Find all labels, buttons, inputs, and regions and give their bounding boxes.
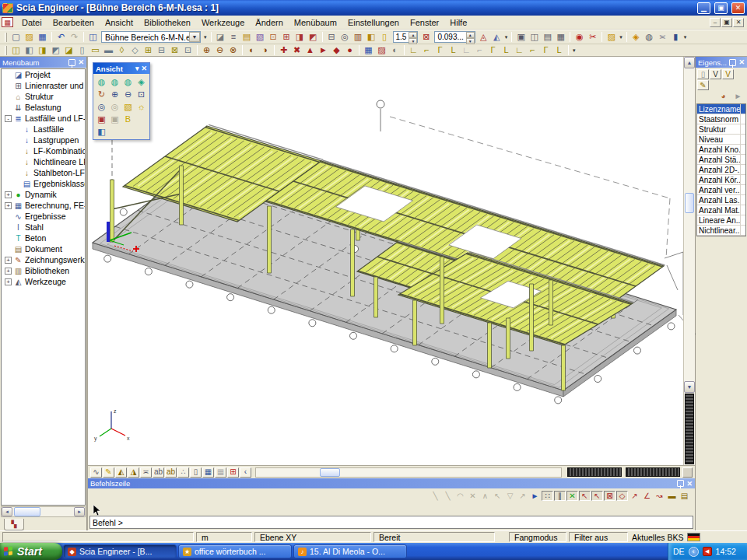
member-arbitrary-icon[interactable]: ◊ — [115, 44, 128, 56]
open-view-icon[interactable]: ▨ — [375, 44, 388, 56]
tree-expander-icon[interactable]: + — [5, 257, 12, 264]
spinner-up-icon[interactable]: ▲ — [409, 32, 417, 38]
new-document-icon[interactable]: ▢ — [9, 31, 23, 43]
zoom-wheel-horizontal[interactable] — [626, 467, 680, 477]
status-plane[interactable]: Ebene XY — [254, 532, 371, 542]
project-folder-icon[interactable]: ▨ — [605, 31, 618, 43]
scroll-right-icon[interactable]: ▸ — [74, 507, 85, 516]
menubaum-hscrollbar[interactable]: ◂ ▸ — [1, 506, 86, 517]
tree-item-werkzeuge[interactable]: + ◭ Werkzeuge — [2, 276, 85, 287]
catalog-frame-4-icon[interactable]: L — [447, 44, 460, 56]
member-plate-icon[interactable]: ◩ — [49, 44, 62, 56]
points-icon[interactable]: ∴ — [177, 467, 189, 478]
prop-vedit-icon[interactable]: V — [722, 69, 734, 79]
axis-triangle-icon[interactable]: ◭ — [115, 467, 127, 478]
cut-tool-icon[interactable]: ✂ — [586, 31, 599, 43]
snap-dir2-icon[interactable]: ▽ — [504, 491, 516, 501]
prop-anzahl-lasten[interactable]: Anzahl Las... — [697, 195, 745, 205]
scroll-up-icon[interactable]: ▲ — [684, 57, 695, 68]
catalog-frame-8-icon[interactable]: L — [500, 44, 513, 56]
prop-anzahl-koerper[interactable]: Anzahl Kör... — [697, 175, 745, 185]
clipboard-icon[interactable]: ⊡ — [267, 31, 280, 43]
render-image-icon[interactable]: ▣ — [95, 113, 108, 125]
snap-table-icon[interactable]: ▤ — [679, 491, 690, 501]
window-link-icon[interactable]: ◨ — [293, 31, 307, 43]
member-beam-icon[interactable]: ◧ — [23, 44, 36, 56]
units-icon[interactable]: ◪ — [214, 31, 227, 43]
menu-bearbeiten[interactable]: Bearbeiten — [47, 16, 100, 29]
tree-item-projekt[interactable]: ◪ Projekt — [2, 69, 85, 80]
tree-expander-icon[interactable] — [5, 93, 12, 100]
combobox-dropdown-icon[interactable]: ▼ — [189, 32, 200, 42]
catalog-frame-10-icon[interactable]: ⌐ — [526, 44, 539, 56]
bold-b-icon[interactable]: B — [121, 113, 135, 125]
tree-expander-icon[interactable] — [5, 213, 12, 220]
snap-crossing-icon[interactable]: ⊠ — [604, 491, 615, 501]
folder-dropdown-icon[interactable]: ▾ — [618, 34, 624, 40]
box-3d-icon[interactable]: ◧ — [365, 31, 378, 43]
precision-spinner[interactable]: 0.093... ▲▼ — [434, 31, 475, 43]
menu-hilfe[interactable]: Hilfe — [444, 16, 472, 29]
pin-icon[interactable] — [677, 480, 684, 487]
tree-expander-icon[interactable]: + — [5, 191, 12, 198]
window-link2-icon[interactable]: ◩ — [307, 31, 320, 43]
toolbar-grip[interactable] — [5, 46, 7, 55]
member-grid-icon[interactable]: ⊟ — [155, 44, 168, 56]
canvas-vscrollbar[interactable]: ▲ ▼ — [683, 57, 695, 465]
project-combobox[interactable]: Bühne Bereich 6-M-N.esa ▼ — [101, 31, 201, 43]
scrollbar-corner[interactable] — [682, 467, 693, 478]
prop-anzahl-knoten[interactable]: Anzahl Kno... — [697, 145, 745, 155]
mdi-close-button[interactable]: ✕ — [733, 18, 744, 27]
tree-expander-icon[interactable] — [5, 224, 12, 231]
prop-pie-icon[interactable]: ◕ — [717, 91, 729, 101]
member-wall-icon[interactable]: ◪ — [62, 44, 75, 56]
member-cut-icon[interactable]: ⊠ — [168, 44, 181, 56]
undo-icon[interactable]: ↶ — [54, 31, 68, 43]
scroll-left-icon[interactable]: ◂ — [2, 507, 12, 516]
ruler-icon[interactable]: ≍ — [140, 467, 152, 478]
tree-item-bibliotheken[interactable]: + ▥ Bibliotheken — [2, 265, 85, 276]
render-image-disabled-icon[interactable]: ▣ — [108, 113, 121, 125]
task-scia[interactable]: ◆ Scia Engineer - [B... — [63, 544, 177, 558]
snap-dir3-icon[interactable]: ↗ — [517, 491, 528, 501]
snap-midpoint-icon[interactable]: ↖ — [591, 491, 603, 501]
menu-ansicht[interactable]: Ansicht — [100, 16, 139, 29]
member-opening-icon[interactable]: ▯ — [75, 44, 89, 56]
layers-icon[interactable]: ≡ — [227, 31, 240, 43]
snap-tangent-icon[interactable]: ↗ — [629, 491, 640, 501]
restore-button[interactable]: ▣ — [714, 2, 728, 14]
snap-dir1-icon[interactable]: ↖ — [492, 491, 503, 501]
menu-werkzeuge[interactable]: Werkzeuge — [196, 16, 250, 29]
zoom-factor-spinner[interactable]: 1.5 ▲▼ — [393, 31, 419, 43]
scroll-thumb[interactable] — [320, 468, 340, 477]
eye-icon[interactable]: ◉ — [573, 31, 586, 43]
status-filter[interactable]: Filter aus — [569, 532, 628, 542]
mesh-icon[interactable]: ⊞ — [280, 31, 293, 43]
status-left[interactable] — [2, 532, 194, 542]
snap-delete-icon[interactable]: ✕ — [467, 491, 479, 501]
scroll-thumb[interactable] — [14, 507, 40, 516]
tree-item-struktur[interactable]: ⌂ Struktur — [2, 91, 85, 102]
save-view-icon[interactable]: ▦ — [362, 44, 375, 56]
zoom-wheel-vertical[interactable] — [685, 394, 694, 464]
zoom-window-icon[interactable]: ⊡ — [135, 88, 148, 100]
pin-icon[interactable] — [68, 59, 75, 66]
save-icon[interactable]: ▦ — [36, 31, 49, 43]
tree-item-ergebnisklasse[interactable]: ▤ Ergebnisklasse — [2, 178, 85, 189]
prop-pencil-icon[interactable]: ✎ — [697, 80, 709, 90]
load-surface-icon[interactable]: ▲ — [303, 44, 317, 56]
prop-staatsnorm[interactable]: Staatsnorm — [697, 114, 745, 124]
snap-orthogonal-icon[interactable]: ◇ — [616, 491, 628, 501]
spinner-down-icon[interactable]: ▼ — [466, 38, 475, 44]
task-office-woerterbuch[interactable]: ★ office wörterbuch ... — [178, 544, 292, 558]
load-temp-icon[interactable]: ► — [317, 44, 330, 56]
connection-cross-icon[interactable]: ⊗ — [226, 44, 240, 56]
zoom-in-icon[interactable]: ⊕ — [108, 88, 121, 100]
view-xz-icon[interactable]: ◍ — [121, 75, 135, 88]
load-free-icon[interactable]: ● — [343, 44, 356, 56]
tree-expander-icon[interactable] — [5, 82, 12, 89]
close-icon[interactable]: ✕ — [141, 65, 147, 72]
prop-arrow-icon[interactable]: ► — [732, 91, 744, 101]
measure-icon[interactable]: ≍ — [656, 31, 669, 43]
structure-overflow-icon[interactable]: ▾ — [571, 47, 577, 54]
